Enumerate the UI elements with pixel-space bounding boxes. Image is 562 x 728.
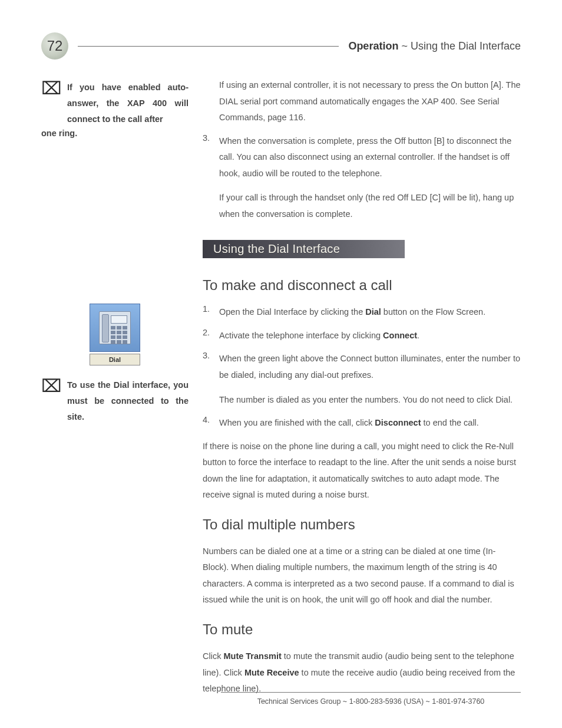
text-pre: When you are finished with the call, cli… <box>219 418 375 427</box>
paragraph-renull: If there is noise on the phone line duri… <box>203 439 521 503</box>
note-auto-answer: ⌧ If you have enabled auto-answer, the X… <box>41 80 189 127</box>
text-pre: Open the Dial Interface by clicking the <box>219 307 365 317</box>
mute-pre: Click <box>203 651 223 661</box>
document-page: 72 Operation ~ Using the Dial Interface … <box>0 0 562 728</box>
text-post: button on the Flow Screen. <box>381 307 485 317</box>
header-rule <box>78 46 339 47</box>
list-num: 1. <box>203 304 219 321</box>
mute-b2: Mute Receive <box>244 668 299 677</box>
heading-mute: To mute <box>203 621 521 638</box>
header-title-rest: ~ Using the Dial Interface <box>398 40 521 52</box>
page-number-badge: 72 <box>41 32 68 60</box>
phone-icon <box>90 304 140 352</box>
dial-button-image: Dial <box>90 354 140 365</box>
page-header: 72 Operation ~ Using the Dial Interface <box>41 32 521 60</box>
list-num: 3. <box>203 351 219 408</box>
body-area: ⌧ If you have enabled auto-answer, the X… <box>41 77 521 704</box>
list-item: 4. When you are finished with the call, … <box>203 415 521 431</box>
note-text-line2: one ring. <box>41 126 189 141</box>
text-pre: Activate the telephone interface by clic… <box>219 331 383 340</box>
paragraph-multiple: Numbers can be dialed one at a time or a… <box>203 543 521 608</box>
heading-dial-multiple: To dial multiple numbers <box>203 516 521 533</box>
list-text: When the conversation is complete, press… <box>219 136 511 178</box>
page-footer: Technical Services Group ~ 1-800-283-593… <box>221 692 521 706</box>
dial-figure: Dial <box>90 304 140 365</box>
note-text: To use the Dial interface, you must be c… <box>67 377 189 424</box>
header-title-bold: Operation <box>348 40 398 52</box>
list-num: 2. <box>203 328 219 344</box>
note-icon: ⌧ <box>41 80 60 127</box>
mute-b1: Mute Transmit <box>223 651 281 661</box>
text-bold: Disconnect <box>375 418 421 427</box>
main-column: If using an external controller, it is n… <box>203 77 521 704</box>
list-sub: The number is dialed as you enter the nu… <box>219 392 521 409</box>
list-item: 3. When the green light above the Connec… <box>203 351 521 408</box>
intro-paragraph: If using an external controller, it is n… <box>203 77 521 126</box>
list-num: 3. <box>203 133 219 223</box>
text-post: to end the call. <box>421 418 479 427</box>
text-pre: When the green light above the Connect b… <box>219 354 520 380</box>
side-column: ⌧ If you have enabled auto-answer, the X… <box>41 77 189 704</box>
list-num: 4. <box>203 415 219 431</box>
list-item: 3. When the conversation is complete, pr… <box>203 133 521 223</box>
paragraph-mute: Click Mute Transmit to mute the transmit… <box>203 648 521 697</box>
note-dial-interface: ⌧ To use the Dial interface, you must be… <box>41 377 189 424</box>
heading-make-disconnect: To make and disconnect a call <box>203 277 521 294</box>
text-post: . <box>417 331 419 340</box>
list-item: 1. Open the Dial Interface by clicking t… <box>203 304 521 321</box>
note-text-line1: If you have enabled auto-answer, the XAP… <box>67 80 189 127</box>
text-bold: Dial <box>365 307 381 317</box>
section-bar-using-dial: Using the Dial Interface <box>203 240 405 258</box>
text-bold: Connect <box>383 331 417 340</box>
list-item: 2. Activate the telephone interface by c… <box>203 328 521 344</box>
list-sub: If your call is through the handset only… <box>219 190 521 222</box>
header-title: Operation ~ Using the Dial Interface <box>348 40 521 52</box>
note-icon: ⌧ <box>41 377 60 424</box>
